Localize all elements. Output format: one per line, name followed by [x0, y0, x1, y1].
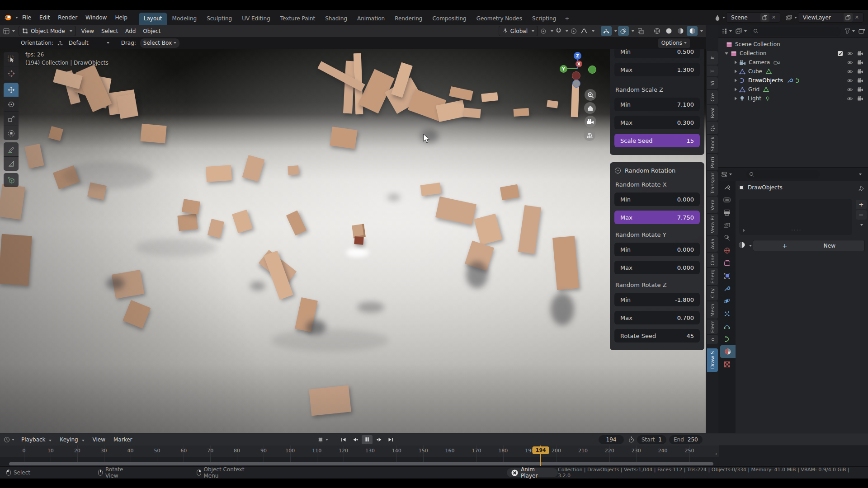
shading-material-button[interactable] [675, 26, 686, 36]
npanel-tab-vi[interactable]: Vi [707, 77, 718, 89]
properties-tab-tool[interactable] [718, 181, 736, 193]
max-field[interactable]: Max0.300 [614, 116, 700, 129]
random-rotate-x-min-field[interactable]: Min0.000 [614, 192, 700, 206]
eye-icon[interactable] [846, 51, 853, 56]
outliner-row-grid[interactable]: Grid [718, 85, 868, 94]
npanel-tab-o[interactable]: o [707, 335, 718, 344]
timeline-menu-marker[interactable]: Marker [109, 436, 136, 443]
new-viewlayer-button[interactable] [844, 13, 853, 22]
prev-keyframe-button[interactable] [350, 435, 361, 444]
editor-type-viewport-icon[interactable] [3, 28, 9, 34]
options-dropdown[interactable]: Options [658, 38, 690, 48]
scale-max-field[interactable]: Max1.300 [614, 63, 700, 76]
npanel-tab-city[interactable]: City [707, 286, 718, 300]
properties-tab-texture[interactable] [718, 358, 736, 371]
viewport-menu-object[interactable]: Object [139, 28, 164, 34]
auto-keying-icon[interactable] [317, 436, 324, 443]
properties-tab-world[interactable] [718, 244, 736, 257]
resize-grip[interactable]: ···· [791, 227, 802, 234]
npanel-tab-elem[interactable]: Elem [707, 319, 718, 334]
gizmo-x-neg-axis[interactable] [572, 71, 580, 80]
unlink-scene-button[interactable]: ✕ [769, 14, 778, 20]
blender-logo-icon[interactable] [4, 14, 12, 21]
pause-button[interactable] [362, 435, 373, 444]
scene-icon[interactable] [714, 14, 721, 21]
tool-add-cube[interactable] [4, 173, 19, 187]
random-rotate-x-max-field[interactable]: Max7.750 [614, 211, 700, 224]
viewport-menu-select[interactable]: Select [98, 28, 122, 34]
checkbox-icon[interactable] [837, 51, 843, 56]
timeline-ruler[interactable]: 0102030405060708090100110120130140150160… [0, 446, 719, 457]
outliner-row-camera[interactable]: Camera [718, 58, 868, 67]
menu-help[interactable]: Help [111, 14, 131, 21]
remove-viewlayer-button[interactable]: ✕ [853, 14, 861, 20]
random-rotate-z-max-field[interactable]: Max0.700 [614, 311, 700, 324]
tool-measure[interactable] [4, 157, 19, 171]
outliner-row-collection[interactable]: Collection [718, 49, 868, 58]
workspace-tab-compositing[interactable]: Compositing [427, 13, 471, 25]
viewport-menu-add[interactable]: Add [122, 28, 139, 34]
editor-type-outliner-icon[interactable] [721, 28, 727, 34]
timeline-scrollbar[interactable] [9, 462, 713, 465]
xray-toggle[interactable] [635, 26, 646, 36]
stop-player-icon[interactable] [511, 469, 518, 476]
outliner-row-drawobjects[interactable]: DrawObjects [718, 76, 868, 85]
npanel-tab-vera[interactable]: Vera [707, 197, 718, 213]
remove-slot-button[interactable]: − [856, 210, 867, 220]
tool-transform[interactable] [4, 126, 19, 140]
shading-rendered-button[interactable] [687, 26, 698, 36]
slot-specials-icon[interactable] [860, 224, 863, 226]
npanel-tab-draw-s[interactable]: Draw S [707, 348, 718, 372]
random-rotate-z-min-field[interactable]: Min-1.800 [614, 293, 700, 306]
shading-solid-button[interactable] [663, 26, 674, 36]
npanel-tab-transpor[interactable]: Transpor [707, 171, 718, 196]
min-field[interactable]: Min7.100 [614, 98, 700, 111]
proportional-editing-icon[interactable] [571, 28, 577, 34]
workspace-tab-layout[interactable]: Layout [139, 13, 167, 25]
workspace-tab-modeling[interactable]: Modeling [167, 13, 202, 25]
outliner-row-light[interactable]: Light [718, 94, 868, 103]
zoom-view-button[interactable] [585, 89, 596, 101]
eye-icon[interactable] [846, 96, 853, 101]
new-scene-button[interactable] [760, 13, 769, 22]
pan-view-button[interactable] [584, 102, 596, 114]
jump-to-start-button[interactable] [338, 435, 349, 444]
disclosure-triangle[interactable] [735, 70, 737, 73]
tool-move[interactable] [4, 83, 19, 97]
add-slot-button[interactable]: + [856, 200, 867, 209]
material-slot-list[interactable]: ···· [739, 199, 852, 235]
min-field-partial[interactable]: Min0.500 [614, 49, 700, 58]
timeline-menu-view[interactable]: View [89, 436, 109, 443]
gizmo-z-neg-axis[interactable] [572, 80, 580, 88]
workspace-tab-shading[interactable]: Shading [320, 13, 352, 25]
current-frame-field[interactable]: 194 [599, 435, 624, 444]
viewlayer-icon[interactable] [786, 14, 793, 21]
npanel-tab-t[interactable]: T [707, 66, 718, 76]
camera-toggle-icon[interactable] [857, 69, 863, 74]
tool-rotate[interactable] [4, 97, 19, 112]
drag-dropdown[interactable]: Select Box [140, 38, 180, 48]
npanel-tab-shock[interactable]: Shock [707, 135, 718, 153]
workspace-tab-uv-editing[interactable]: UV Editing [237, 13, 275, 25]
tool-select-box[interactable] [4, 52, 19, 66]
editor-type-properties-icon[interactable] [721, 171, 727, 178]
npanel-tab-avia[interactable]: Avia [707, 236, 718, 252]
disclosure-triangle[interactable] [735, 97, 737, 100]
properties-tab-object[interactable] [718, 269, 736, 282]
pin-icon[interactable] [859, 185, 864, 191]
npanel-tab-parti[interactable]: Parti [707, 154, 718, 170]
snap-magnet-icon[interactable] [556, 28, 561, 34]
properties-tab-object-data[interactable] [718, 333, 736, 345]
properties-tab-view-layer[interactable] [718, 219, 736, 231]
disclosure-triangle[interactable] [735, 61, 737, 64]
gizmo-y-neg-axis[interactable] [588, 66, 596, 74]
jump-to-end-button[interactable] [385, 435, 396, 444]
camera-toggle-icon[interactable] [857, 51, 863, 56]
editor-type-timeline-icon[interactable] [4, 436, 10, 443]
gizmo-y-axis[interactable]: Y [560, 65, 567, 73]
disclosure-triangle[interactable] [725, 52, 728, 55]
outliner-search-input[interactable] [750, 27, 841, 36]
gizmo-z-axis[interactable]: Z [574, 52, 581, 60]
current-frame-marker[interactable]: 194 [533, 446, 549, 454]
new-material-button[interactable]: + New [753, 240, 865, 251]
